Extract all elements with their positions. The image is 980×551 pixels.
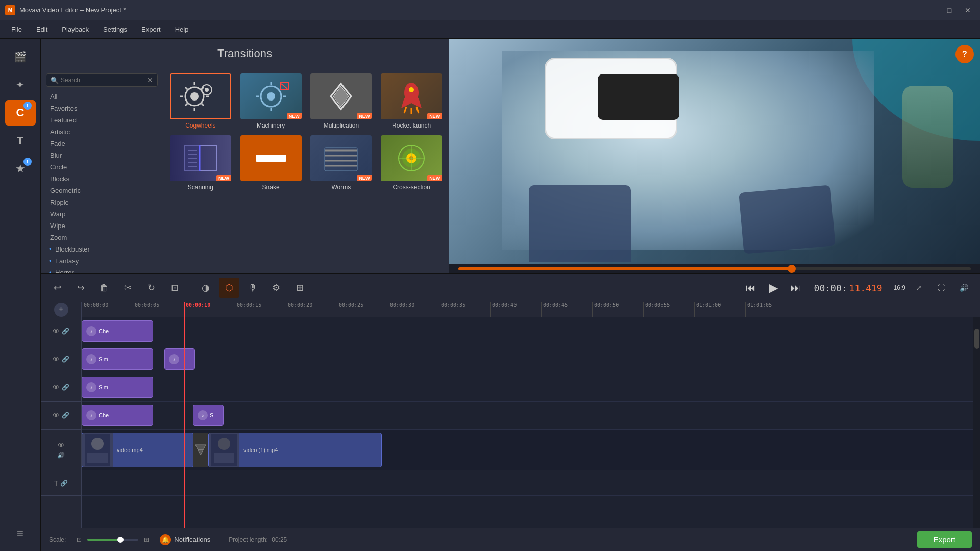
- transition-scanning[interactable]: NEW Scanning: [168, 135, 233, 191]
- clip-icon-4: ♪: [86, 410, 96, 420]
- filter-blockbuster[interactable]: Blockbuster: [46, 243, 158, 255]
- add-track-button[interactable]: +: [54, 303, 68, 317]
- audio-clip-sim-2[interactable]: ♪ Sim: [82, 377, 153, 398]
- sidebar-icon-video[interactable]: 🎬: [5, 44, 36, 69]
- undo-button[interactable]: ↩: [47, 278, 67, 298]
- skip-forward-button[interactable]: ⏭: [786, 278, 806, 298]
- audio-track-1: ♪ Che: [82, 317, 973, 345]
- audio-track-4: ♪ Che ♪ S: [82, 402, 973, 430]
- filter-blocks[interactable]: Blocks: [46, 173, 158, 185]
- filter-zoom[interactable]: Zoom: [46, 232, 158, 243]
- clear-search-button[interactable]: ✕: [147, 76, 153, 84]
- sidebar-icon-menu[interactable]: ≡: [5, 520, 36, 546]
- volume-button[interactable]: 🔊: [953, 278, 974, 298]
- video-track-volume-icon[interactable]: 🔊: [57, 452, 65, 459]
- track-link-icon-1[interactable]: 🔗: [62, 328, 69, 335]
- track-link-icon-3[interactable]: 🔗: [62, 384, 69, 391]
- track-eye-icon-1[interactable]: 👁: [53, 327, 60, 335]
- search-box[interactable]: 🔍 ✕: [46, 73, 158, 87]
- rotate-button[interactable]: ↻: [141, 278, 161, 298]
- text-track-link-icon[interactable]: 🔗: [60, 480, 68, 487]
- color-button[interactable]: ◑: [195, 278, 216, 298]
- menu-file[interactable]: File: [4, 23, 29, 35]
- transition-cogwheels[interactable]: NEW Cogwheels: [168, 73, 233, 129]
- timeline-scrollbar[interactable]: [973, 317, 980, 528]
- delete-button[interactable]: 🗑: [94, 278, 114, 298]
- video-clip-1-thumb: [82, 433, 113, 467]
- notifications-button[interactable]: 🔔 Notifications: [160, 534, 210, 545]
- filter-all[interactable]: All: [46, 91, 158, 103]
- play-button[interactable]: ▶: [763, 278, 783, 298]
- track-link-icon-4[interactable]: 🔗: [62, 412, 69, 419]
- sidebar-icon-text[interactable]: T: [5, 128, 36, 154]
- video-clip-1[interactable]: video.mp4: [82, 433, 194, 467]
- transition-machinery[interactable]: NEW Machinery: [239, 73, 303, 129]
- transition-multiplication[interactable]: NEW Multiplication: [309, 73, 374, 129]
- audio-clip-che-1[interactable]: ♪ Che: [82, 320, 153, 342]
- minimize-button[interactable]: –: [924, 3, 938, 17]
- filter-fantasy[interactable]: Fantasy: [46, 255, 158, 267]
- filter-warp[interactable]: Warp: [46, 208, 158, 220]
- audio-clip-sim-extra[interactable]: ♪: [164, 348, 195, 370]
- filter-wipe[interactable]: Wipe: [46, 220, 158, 232]
- transition-marker[interactable]: [193, 433, 208, 467]
- scale-slider[interactable]: [87, 539, 138, 541]
- cut-button[interactable]: ✂: [117, 278, 138, 298]
- filter-artistic[interactable]: Artistic: [46, 126, 158, 138]
- scale-thumb[interactable]: [117, 537, 124, 543]
- audio-clip-che-2[interactable]: ♪ Che: [82, 405, 153, 426]
- sidebar-icon-transitions[interactable]: C 1: [5, 100, 36, 126]
- transition-rocket[interactable]: NEW Rocket launch: [379, 73, 444, 129]
- video-track-eye-icon[interactable]: 👁: [58, 441, 65, 449]
- transition-crosssection[interactable]: NEW Cross-section: [379, 135, 444, 191]
- settings-button[interactable]: ⚙: [266, 278, 286, 298]
- menu-playback[interactable]: Playback: [55, 23, 96, 35]
- track-eye-icon-2[interactable]: 👁: [53, 355, 60, 363]
- maximize-button[interactable]: □: [942, 3, 957, 17]
- filter-horror[interactable]: Horror: [46, 267, 158, 273]
- filter-ripple[interactable]: Ripple: [46, 196, 158, 208]
- progress-thumb[interactable]: [788, 265, 796, 273]
- svg-line-27: [416, 107, 419, 113]
- clip-label-sim-1: Sim: [99, 356, 108, 362]
- export-button[interactable]: Export: [917, 531, 972, 548]
- scrollbar-thumb[interactable]: [974, 329, 979, 349]
- audio-clip-sim-1[interactable]: ♪ Sim: [82, 348, 153, 370]
- expand-button[interactable]: ⛶: [931, 278, 951, 298]
- help-button[interactable]: ?: [955, 45, 974, 63]
- top-panel: Transitions 🔍 ✕ All Favorites Featured: [41, 39, 980, 273]
- audiomix-button[interactable]: ⊞: [289, 278, 310, 298]
- transition-tool-button[interactable]: ⬡: [219, 278, 239, 298]
- filter-featured[interactable]: Featured: [46, 114, 158, 126]
- filter-fade[interactable]: Fade: [46, 138, 158, 149]
- menu-settings[interactable]: Settings: [96, 23, 134, 35]
- crop-button[interactable]: ⊡: [164, 278, 185, 298]
- sidebar-icon-favorites[interactable]: ★ 1: [5, 156, 36, 182]
- audio-clip-s-extra[interactable]: ♪ S: [193, 405, 224, 426]
- filter-geometric[interactable]: Geometric: [46, 185, 158, 196]
- sidebar-icon-effects[interactable]: ✦: [5, 72, 36, 97]
- menu-help[interactable]: Help: [168, 23, 196, 35]
- video-clip-2[interactable]: video (1).mp4: [208, 433, 382, 467]
- scale-decrease-icon[interactable]: ⊡: [74, 535, 84, 545]
- skip-back-button[interactable]: ⏮: [741, 278, 761, 298]
- close-button[interactable]: ✕: [961, 3, 975, 17]
- text-track-edit-icon[interactable]: T: [54, 479, 59, 487]
- menu-edit[interactable]: Edit: [29, 23, 55, 35]
- track-eye-icon-3[interactable]: 👁: [53, 383, 60, 391]
- track-link-icon-2[interactable]: 🔗: [62, 356, 69, 363]
- transition-snake[interactable]: Snake: [239, 135, 303, 191]
- menu-export[interactable]: Export: [134, 23, 168, 35]
- fullscreen-button[interactable]: ⤢: [909, 278, 929, 298]
- filter-blur[interactable]: Blur: [46, 149, 158, 161]
- search-input[interactable]: [61, 77, 147, 84]
- track-eye-icon-4[interactable]: 👁: [53, 411, 60, 419]
- preview-progress-bar[interactable]: [458, 267, 971, 270]
- record-button[interactable]: 🎙: [242, 278, 263, 298]
- redo-button[interactable]: ↪: [70, 278, 91, 298]
- filter-favorites[interactable]: Favorites: [46, 103, 158, 114]
- transition-worms[interactable]: NEW Worms: [309, 135, 374, 191]
- main-layout: 🎬 ✦ C 1 T ★ 1 ≡ Transitions: [0, 39, 980, 551]
- scale-increase-icon[interactable]: ⊞: [141, 535, 152, 545]
- filter-circle[interactable]: Circle: [46, 161, 158, 173]
